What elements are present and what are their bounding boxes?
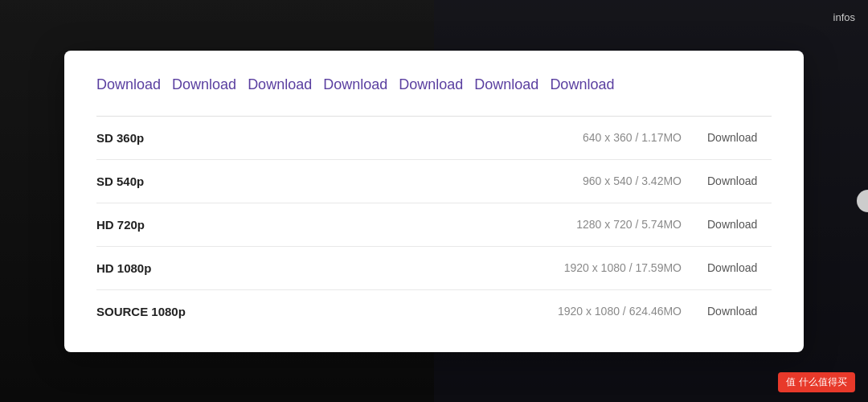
download-link-3[interactable]: Download [248, 76, 312, 93]
download-links-row: Download Download Download Download Down… [96, 76, 772, 93]
download-button-hd720[interactable]: Download [707, 218, 772, 231]
quality-info-sd540: 960 x 540 / 3.42MO [257, 174, 707, 187]
quality-info-source1080: 1920 x 1080 / 624.46MO [257, 305, 707, 318]
download-link-6[interactable]: Download [474, 76, 538, 93]
download-button-hd1080[interactable]: Download [707, 261, 772, 274]
table-row: SD 360p 640 x 360 / 1.17MO Download [96, 117, 772, 160]
table-row: SD 540p 960 x 540 / 3.42MO Download [96, 160, 772, 203]
modal-overlay: Download Download Download Download Down… [0, 0, 868, 402]
badge-label: 什么值得买 [799, 375, 847, 389]
brand-badge: 值 什么值得买 [778, 372, 855, 392]
download-button-source1080[interactable]: Download [707, 305, 772, 318]
quality-info-sd360: 640 x 360 / 1.17MO [257, 131, 707, 144]
download-link-7[interactable]: Download [550, 76, 614, 93]
download-link-1[interactable]: Download [96, 76, 161, 93]
table-row: HD 720p 1280 x 720 / 5.74MO Download [96, 203, 772, 247]
download-button-sd540[interactable]: Download [707, 174, 772, 187]
download-button-sd360[interactable]: Download [707, 131, 772, 144]
quality-label-sd360: SD 360p [96, 131, 257, 145]
download-link-4[interactable]: Download [323, 76, 387, 93]
quality-label-hd1080: HD 1080p [96, 261, 257, 275]
table-row: SOURCE 1080p 1920 x 1080 / 624.46MO Down… [96, 290, 772, 333]
download-link-2[interactable]: Download [172, 76, 236, 93]
badge-icon: 值 [786, 375, 796, 389]
quality-label-source1080: SOURCE 1080p [96, 305, 257, 318]
quality-label-sd540: SD 540p [96, 174, 257, 188]
download-modal: Download Download Download Download Down… [64, 51, 804, 352]
right-circle-decoration [857, 190, 868, 212]
quality-info-hd1080: 1920 x 1080 / 17.59MO [257, 261, 707, 274]
quality-info-hd720: 1280 x 720 / 5.74MO [257, 218, 707, 231]
table-row: HD 1080p 1920 x 1080 / 17.59MO Download [96, 247, 772, 290]
quality-label-hd720: HD 720p [96, 218, 257, 232]
download-link-5[interactable]: Download [399, 76, 463, 93]
top-right-label: infos [833, 11, 855, 23]
